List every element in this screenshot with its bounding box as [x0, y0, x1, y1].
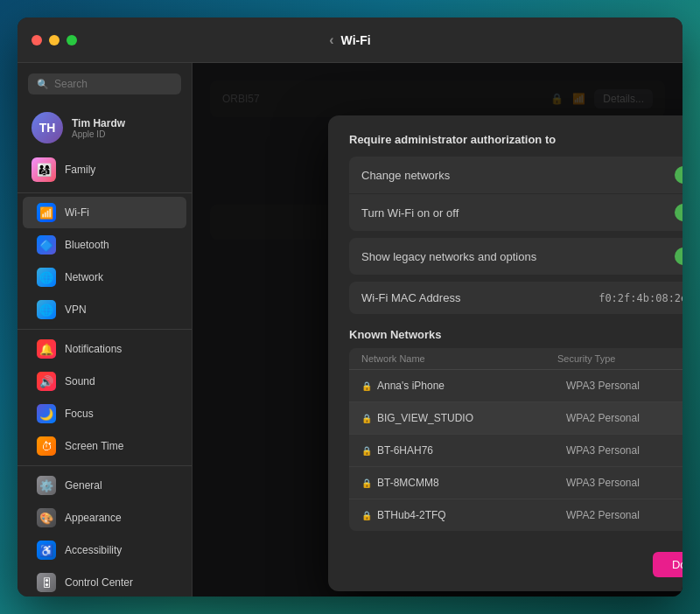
done-button[interactable]: Done [653, 552, 682, 577]
network-name: BTHub4-2TFQ [377, 509, 566, 521]
title-bar: ‹ Wi-Fi [18, 17, 682, 63]
col-header-name: Network Name [361, 353, 557, 364]
user-name: Tim Hardw [72, 117, 125, 129]
change-networks-row: Change networks [349, 157, 682, 194]
sidebar-divider [18, 192, 192, 193]
sidebar-item-wifi[interactable]: 📶 Wi-Fi [23, 197, 186, 228]
table-header: Network Name Security Type [349, 348, 682, 370]
turn-wifi-label: Turn Wi-Fi on or off [361, 206, 675, 220]
network-security: WPA3 Personal [566, 380, 682, 392]
window-title-area: ‹ Wi-Fi [329, 32, 370, 48]
mac-address-label: Wi-Fi MAC Address [361, 291, 598, 304]
change-networks-label: Change networks [361, 169, 675, 182]
vpn-icon: 🌐 [37, 300, 56, 319]
modal-title: Require administrator authorization to [349, 133, 682, 146]
search-input[interactable] [54, 78, 172, 90]
network-name: Anna's iPhone [377, 380, 566, 392]
sidebar-label-screentime: Screen Time [65, 440, 123, 452]
sidebar-item-family[interactable]: 👨‍👩‍👧 Family [18, 154, 192, 185]
sidebar-item-controlcenter[interactable]: 🎛 Control Center [23, 567, 186, 597]
sidebar-label-general: General [65, 479, 102, 492]
focus-icon: 🌙 [37, 404, 56, 423]
sidebar-item-focus[interactable]: 🌙 Focus [23, 398, 186, 429]
family-icon: 👨‍👩‍👧 [32, 157, 56, 182]
family-label: Family [65, 164, 95, 176]
content-area: 🔍 TH Tim Hardw Apple ID 👨‍👩‍👧 Family 📶 [18, 63, 682, 597]
sidebar-item-bluetooth[interactable]: 🔷 Bluetooth [23, 229, 186, 261]
lock-icon: 🔒 [361, 414, 372, 423]
notifications-icon: 🔔 [37, 339, 56, 359]
sidebar-item-notifications[interactable]: 🔔 Notifications [23, 333, 186, 365]
table-row: 🔒 BT-6HAH76 WPA3 Personal ··· [349, 435, 682, 467]
sidebar-item-appearance[interactable]: 🎨 Appearance [23, 502, 186, 534]
sidebar: 🔍 TH Tim Hardw Apple ID 👨‍👩‍👧 Family 📶 [18, 63, 192, 597]
sidebar-label-appearance: Appearance [65, 512, 122, 524]
table-row: 🔒 BTHub4-2TFQ WPA2 Personal ··· [349, 499, 682, 531]
network-name: BT-6HAH76 [377, 444, 566, 457]
turn-wifi-toggle[interactable] [675, 204, 682, 221]
sidebar-label-notifications: Notifications [65, 343, 122, 355]
close-button[interactable] [32, 35, 42, 45]
modal-header: Require administrator authorization to C… [328, 115, 682, 328]
sidebar-item-sound[interactable]: 🔊 Sound [23, 366, 186, 397]
known-networks-section: Known Networks Network Name Security Typ… [328, 328, 682, 545]
sidebar-divider-3 [18, 465, 192, 466]
table-row: 🔒 BIG_VIEW_STUDIO WPA2 Personal ··· ➜ ✓ … [349, 402, 682, 435]
search-bar[interactable]: 🔍 [28, 73, 181, 94]
sidebar-label-bluetooth: Bluetooth [65, 239, 109, 251]
table-row: 🔒 BT-8MCMM8 WPA3 Personal ··· [349, 467, 682, 499]
sidebar-item-network[interactable]: 🌐 Network [23, 262, 186, 293]
sidebar-label-focus: Focus [65, 408, 94, 420]
sidebar-divider-2 [18, 329, 192, 330]
sidebar-label-accessibility: Accessibility [65, 544, 122, 556]
bluetooth-icon: 🔷 [37, 235, 56, 255]
done-row: Done [328, 545, 682, 591]
sidebar-item-vpn[interactable]: 🌐 VPN [23, 294, 186, 325]
admin-settings-group: Change networks Turn Wi-Fi on or off [349, 157, 682, 231]
lock-icon: 🔒 [361, 511, 372, 520]
network-security: WPA2 Personal [566, 412, 682, 424]
sidebar-item-screentime[interactable]: ⏱ Screen Time [23, 430, 186, 462]
maximize-button[interactable] [66, 35, 77, 45]
col-header-actions [680, 353, 682, 364]
sidebar-label-sound: Sound [65, 375, 95, 387]
sidebar-label-vpn: VPN [65, 304, 87, 316]
screentime-icon: ⏱ [37, 436, 56, 456]
general-icon: ⚙️ [37, 476, 56, 495]
legacy-networks-label: Show legacy networks and options [361, 250, 675, 263]
controlcenter-icon: 🎛 [37, 573, 56, 592]
network-name: BIG_VIEW_STUDIO [377, 412, 566, 424]
table-row: 🔒 Anna's iPhone WPA3 Personal ··· [349, 370, 682, 402]
window-title: Wi-Fi [341, 33, 371, 47]
search-icon: 🔍 [37, 79, 49, 90]
sidebar-item-general[interactable]: ⚙️ General [23, 470, 186, 501]
networks-table: Network Name Security Type 🔒 Anna's iPho… [349, 348, 682, 531]
sound-icon: 🔊 [37, 372, 56, 391]
known-networks-title: Known Networks [349, 328, 682, 341]
network-security: WPA3 Personal [566, 444, 682, 457]
col-header-security: Security Type [557, 353, 680, 364]
turn-wifi-row: Turn Wi-Fi on or off [349, 194, 682, 231]
back-arrow-icon[interactable]: ‹ [329, 32, 333, 48]
legacy-networks-toggle[interactable] [675, 248, 682, 265]
avatar: TH [32, 112, 63, 143]
lock-icon: 🔒 [361, 478, 372, 488]
sidebar-label-network: Network [65, 271, 103, 283]
user-section[interactable]: TH Tim Hardw Apple ID [18, 105, 192, 150]
sidebar-label-controlcenter: Control Center [65, 576, 133, 589]
user-sub: Apple ID [72, 129, 125, 139]
traffic-lights [32, 35, 77, 45]
lock-icon: 🔒 [361, 381, 372, 391]
legacy-networks-row: Show legacy networks and options [349, 238, 682, 275]
network-icon: 🌐 [37, 268, 56, 287]
network-security: WPA3 Personal [566, 477, 682, 489]
network-security: WPA2 Personal [566, 509, 682, 521]
mac-address-row: Wi-Fi MAC Address f0:2f:4b:08:2e:2e [349, 282, 682, 314]
minimize-button[interactable] [49, 35, 60, 45]
change-networks-toggle[interactable] [675, 166, 682, 184]
sidebar-item-accessibility[interactable]: ♿ Accessibility [23, 534, 186, 566]
main-window: ‹ Wi-Fi 🔍 TH Tim Hardw Apple ID 👨‍👩‍👧 [18, 17, 682, 597]
accessibility-icon: ♿ [37, 541, 56, 560]
main-panel: ORBI57 🔒 📶 Details... Other... Advanced.… [192, 63, 682, 597]
wifi-icon: 📶 [37, 203, 56, 222]
